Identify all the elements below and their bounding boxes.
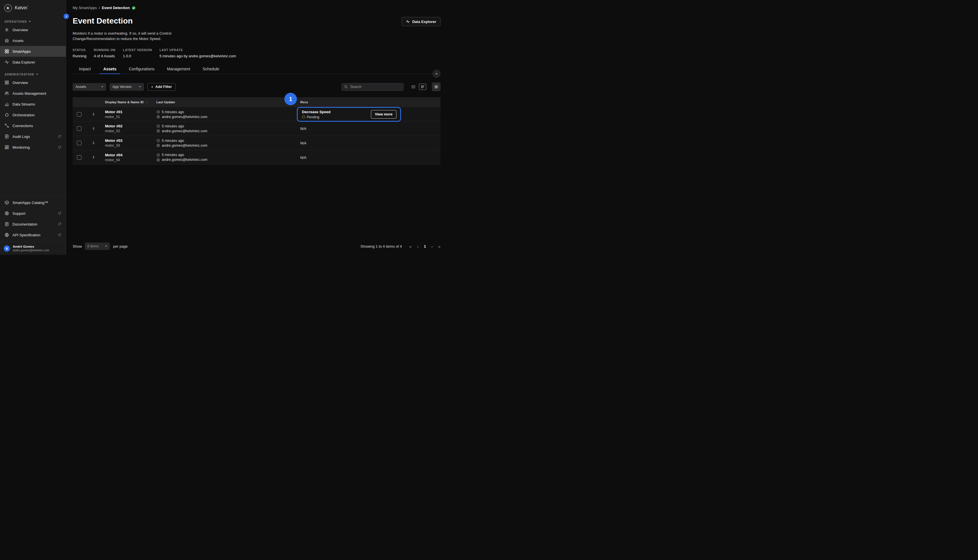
clock-icon bbox=[156, 110, 160, 114]
row-checkbox[interactable] bbox=[77, 112, 82, 117]
last-page-button[interactable]: » bbox=[438, 244, 441, 248]
sidebar-item-smartapps[interactable]: SmartApps bbox=[0, 46, 66, 57]
data-streams-icon bbox=[5, 102, 9, 107]
column-header-name[interactable]: Display Name & Name ID ↓↑ bbox=[105, 100, 156, 104]
compact-list-view-button[interactable] bbox=[410, 84, 417, 90]
search-input[interactable] bbox=[341, 83, 404, 91]
last-update-user: andre.gomes@kelvininc.com bbox=[162, 158, 207, 162]
pin-icon bbox=[92, 127, 95, 130]
sidebar-item-api-specification[interactable]: API Specification bbox=[0, 230, 66, 240]
detailed-list-view-button[interactable] bbox=[419, 84, 426, 90]
first-page-button[interactable]: « bbox=[409, 244, 412, 248]
sidebar-item-connections[interactable]: Connections bbox=[0, 120, 66, 131]
support-icon bbox=[5, 211, 9, 216]
pin-icon bbox=[92, 141, 95, 145]
sidebar-item-documentation[interactable]: Documentation bbox=[0, 219, 66, 230]
view-more-button[interactable]: View more bbox=[371, 110, 397, 118]
page-size-dropdown[interactable]: 8 items bbox=[85, 243, 110, 250]
sidebar-spacer bbox=[0, 153, 66, 195]
brand-mark: ° bbox=[27, 5, 28, 8]
app-description: Monitors if a motor is overheating. If s… bbox=[73, 31, 180, 42]
stat-running-on: RUNNING ON 4 of 4 Assets bbox=[93, 48, 115, 58]
recommendation-status: Pending bbox=[302, 115, 330, 119]
recommendation-title: Decrease Speed bbox=[302, 110, 330, 114]
assets-icon bbox=[5, 38, 9, 43]
previous-page-button[interactable]: ‹ bbox=[417, 244, 418, 248]
per-page-label: per page bbox=[113, 244, 128, 248]
overview-icon bbox=[5, 28, 9, 32]
user-email: andre.gomes@kelvininc.com bbox=[13, 249, 49, 252]
app-version-filter-dropdown[interactable]: App Version bbox=[110, 83, 144, 91]
app-root: { "colors": { "accent": "#2E6FEA", "pend… bbox=[0, 0, 445, 255]
table-row[interactable]: Motor #01 motor_01 5 minutes ago andre.g… bbox=[73, 107, 441, 121]
row-checkbox[interactable] bbox=[77, 126, 82, 131]
last-update-user: andre.gomes@kelvininc.com bbox=[162, 129, 207, 133]
column-header-last-update: Last Update bbox=[156, 100, 300, 104]
pagination-bar: Show 8 items per page Showing 1 to 4 ite… bbox=[73, 243, 441, 250]
sidebar-item-audit-logs[interactable]: Audit Logs bbox=[0, 131, 66, 142]
last-update-time: 5 minutes ago bbox=[162, 110, 184, 114]
last-update-time: 5 minutes ago bbox=[162, 153, 184, 157]
breadcrumb-parent[interactable]: My SmartApps bbox=[73, 6, 97, 10]
sidebar-collapse-button[interactable] bbox=[63, 13, 69, 19]
overview-admin-icon bbox=[5, 80, 9, 85]
table-row[interactable]: Motor #02 motor_02 5 minutes ago andre.g… bbox=[73, 121, 441, 136]
show-label: Show bbox=[73, 244, 82, 248]
chevron-down-icon bbox=[36, 74, 38, 75]
tab-management[interactable]: Management bbox=[161, 64, 196, 74]
table-row[interactable]: Motor #04 motor_04 5 minutes ago andre.g… bbox=[73, 150, 441, 165]
tab-impact[interactable]: Impact bbox=[73, 64, 97, 74]
data-explorer-button[interactable]: Data Explorer bbox=[402, 17, 441, 26]
pin-button[interactable] bbox=[91, 112, 96, 117]
sidebar-item-assets[interactable]: Assets bbox=[0, 35, 66, 46]
assets-filter-dropdown[interactable]: Assets bbox=[73, 83, 106, 91]
sidebar-item-smartapps-catalog[interactable]: SmartApps Catalog™ bbox=[0, 197, 66, 208]
recs-empty-value: N/A bbox=[300, 141, 307, 145]
sort-icon: ↓↑ bbox=[145, 100, 148, 103]
table-header-row: Display Name & Name ID ↓↑ Last Update Re… bbox=[73, 97, 441, 107]
asset-id: motor_04 bbox=[105, 158, 156, 162]
audit-logs-icon bbox=[5, 134, 9, 139]
row-checkbox[interactable] bbox=[77, 141, 82, 145]
stat-latest-version: LATEST VERSION 1.0.0 bbox=[123, 48, 152, 58]
sidebar-item-monitoring[interactable]: Monitoring bbox=[0, 142, 66, 153]
tab-assets[interactable]: Assets bbox=[97, 64, 123, 74]
sidebar-item-overview-operations[interactable]: Overview bbox=[0, 24, 66, 35]
next-page-button[interactable]: › bbox=[431, 244, 433, 248]
add-filter-button[interactable]: + Add Filter bbox=[147, 83, 176, 91]
asset-name: Motor #01 bbox=[105, 110, 156, 114]
current-page[interactable]: 1 bbox=[424, 244, 426, 248]
table-row[interactable]: Motor #03 motor_03 5 minutes ago andre.g… bbox=[73, 136, 441, 150]
sidebar-item-orchestration[interactable]: Orchestration bbox=[0, 110, 66, 120]
sidebar-item-support[interactable]: Support bbox=[0, 208, 66, 219]
last-update-time: 5 minutes ago bbox=[162, 139, 184, 143]
table-settings-button[interactable] bbox=[432, 83, 441, 91]
tab-configurations[interactable]: Configurations bbox=[123, 64, 161, 74]
sidebar-section-operations[interactable]: OPERATIONS bbox=[0, 19, 66, 24]
waveform-icon bbox=[406, 20, 410, 23]
sidebar-item-overview-admin[interactable]: Overview bbox=[0, 77, 66, 88]
sidebar-item-data-explorer[interactable]: Data Explorer bbox=[0, 57, 66, 68]
sidebar-item-assets-management[interactable]: Assets Management bbox=[0, 88, 66, 99]
stat-last-update: LAST UPDATE 5 minutes ago by andre.gomes… bbox=[160, 48, 236, 58]
connections-icon bbox=[5, 123, 9, 128]
row-checkbox[interactable] bbox=[77, 155, 82, 160]
collapse-header-button[interactable] bbox=[432, 70, 441, 78]
user-icon bbox=[156, 158, 160, 162]
asset-id: motor_01 bbox=[105, 115, 156, 119]
sidebar-section-administration[interactable]: ADMINISTRATION bbox=[0, 72, 66, 77]
pin-button[interactable] bbox=[91, 155, 96, 160]
sidebar-item-data-streams[interactable]: Data Streams bbox=[0, 99, 66, 110]
stat-status: STATUS Running bbox=[73, 48, 86, 58]
pin-button[interactable] bbox=[91, 140, 96, 145]
orchestration-icon bbox=[5, 113, 9, 117]
brand-name: Kelvin° bbox=[15, 5, 28, 10]
tab-schedule[interactable]: Schedule bbox=[196, 64, 225, 74]
user-name: André Gomes bbox=[13, 245, 49, 248]
annotation-step-badge: 1 bbox=[284, 93, 297, 105]
asset-name: Motor #03 bbox=[105, 138, 156, 143]
breadcrumb: My SmartApps / Event Detection bbox=[73, 6, 441, 10]
clock-icon bbox=[156, 153, 160, 157]
pin-button[interactable] bbox=[91, 126, 96, 131]
user-profile[interactable]: A André Gomes andre.gomes@kelvininc.com bbox=[0, 242, 66, 255]
